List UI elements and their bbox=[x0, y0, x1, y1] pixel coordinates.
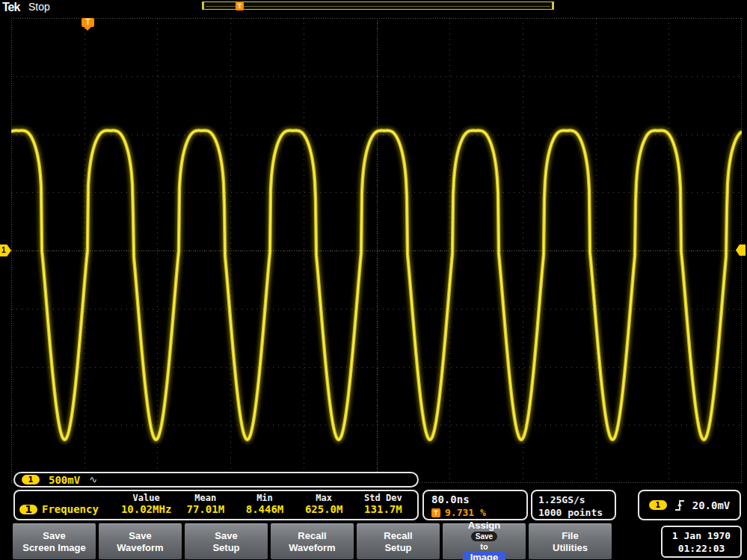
trigger-position-marker: T bbox=[82, 18, 94, 27]
measurement-header-min: Min bbox=[235, 493, 294, 503]
menu-button-save-setup[interactable]: Save Setup bbox=[185, 523, 268, 559]
measurement-min: 8.446M bbox=[235, 503, 294, 515]
scope-graticule bbox=[11, 18, 742, 483]
trigger-source-badge: 1 bbox=[649, 500, 667, 510]
trigger-panel: 1 20.0mV bbox=[638, 490, 741, 520]
coupling-icon: ∿ bbox=[89, 474, 97, 485]
measurement-header-row: Value Mean Min Max Std Dev bbox=[19, 493, 413, 503]
measurement-source: 1 Frequency bbox=[19, 503, 117, 515]
menu-button-label: File bbox=[562, 530, 578, 542]
menu-button-recall-setup[interactable]: Recall Setup bbox=[357, 523, 440, 559]
measurement-header-mean: Mean bbox=[176, 493, 235, 503]
channel-1-badge: 1 bbox=[22, 475, 40, 484]
menu-button-assign-save[interactable]: Assign Save to Image bbox=[443, 523, 526, 559]
measurement-header-stddev: Std Dev bbox=[354, 493, 413, 503]
assign-image-selected: Image bbox=[463, 552, 506, 560]
menu-button-label: Waveform bbox=[117, 542, 163, 554]
measurement-name: Frequency bbox=[42, 503, 99, 515]
menu-button-label: Waveform bbox=[289, 542, 335, 554]
menu-button-file-utilities[interactable]: File Utilities bbox=[529, 523, 612, 559]
tek-logo: Tek bbox=[2, 1, 19, 14]
channel-1-badge: 1 bbox=[19, 505, 37, 514]
menu-button-label: Save bbox=[43, 530, 65, 542]
menu-button-label: Recall bbox=[384, 530, 412, 542]
acquisition-status: Stop bbox=[28, 1, 50, 13]
record-trigger-marker: T bbox=[236, 1, 244, 10]
channel-1-ground-marker: 1 bbox=[0, 244, 11, 256]
measurement-mean: 77.01M bbox=[176, 503, 235, 515]
measurement-value: 10.02MHz bbox=[117, 503, 176, 515]
datetime-box: 1 Jan 1970 01:22:03 bbox=[661, 526, 742, 558]
measurement-max: 625.0M bbox=[295, 503, 354, 515]
measurement-header-value: Value bbox=[117, 493, 176, 503]
assign-save-row: Save to bbox=[471, 532, 497, 552]
menu-button-label: Assign bbox=[468, 520, 500, 532]
record-view-trace bbox=[206, 6, 550, 7]
measurement-panel: Value Mean Min Max Std Dev 1 Frequency 1… bbox=[13, 490, 419, 520]
channel-scale: 500mV bbox=[49, 474, 80, 486]
trigger-position-percent: 9.731 % bbox=[445, 507, 486, 518]
assign-to-label: to bbox=[471, 541, 497, 552]
waveform-trace-ch1 bbox=[11, 131, 742, 440]
menu-button-label: Setup bbox=[212, 542, 239, 554]
measurement-header-max: Max bbox=[295, 493, 354, 503]
rising-edge-icon bbox=[674, 499, 686, 512]
menu-button-recall-waveform[interactable]: Recall Waveform bbox=[271, 523, 354, 559]
save-badge: Save bbox=[471, 532, 497, 541]
menu-button-label: Utilities bbox=[553, 542, 588, 554]
menu-button-save-screen-image[interactable]: Save Screen Image bbox=[13, 523, 96, 559]
record-length: 1000 points bbox=[538, 506, 615, 519]
date-label: 1 Jan 1970 bbox=[663, 529, 740, 542]
menu-button-save-waveform[interactable]: Save Waveform bbox=[99, 523, 182, 559]
menu-button-label: Save bbox=[215, 530, 237, 542]
time-label: 01:22:03 bbox=[663, 542, 740, 555]
acquisition-panel: 1.25GS/s 1000 points bbox=[531, 490, 616, 520]
menu-button-label: Recall bbox=[298, 530, 326, 542]
trigger-badge-icon: T bbox=[431, 508, 440, 517]
timebase-panel: 80.0ns T 9.731 % bbox=[422, 490, 528, 520]
measurement-row: 1 Frequency 10.02MHz 77.01M 8.446M 625.0… bbox=[19, 503, 413, 515]
menu-button-label: Screen Image bbox=[22, 542, 86, 554]
measurement-stddev: 131.7M bbox=[354, 503, 413, 515]
menu-button-label: Setup bbox=[384, 542, 411, 554]
menu-button-label: Save bbox=[129, 530, 151, 542]
timebase-scale: 80.0ns bbox=[431, 493, 526, 505]
channel-readout-bar: 1 500mV ∿ bbox=[13, 472, 419, 487]
trigger-level: 20.0mV bbox=[692, 499, 731, 511]
sample-rate: 1.25GS/s bbox=[538, 493, 615, 506]
record-view-bar: T bbox=[202, 1, 554, 10]
